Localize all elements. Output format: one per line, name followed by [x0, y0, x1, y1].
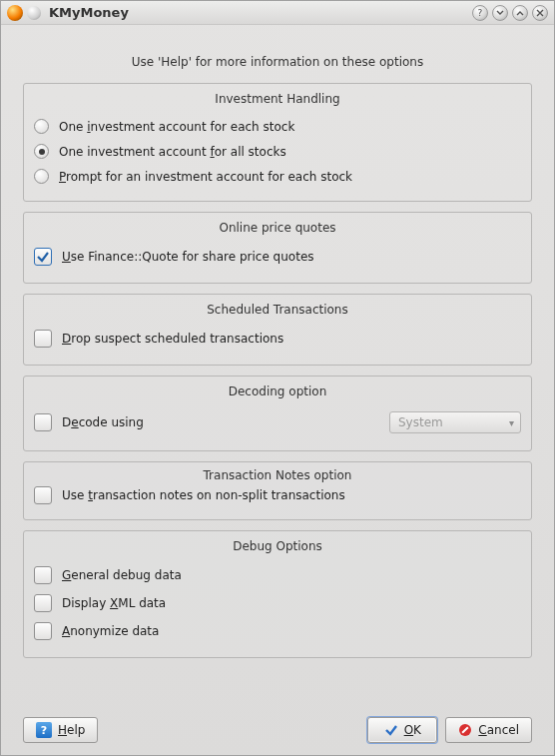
group-transaction-notes: Transaction Notes option Use transaction…: [23, 461, 532, 520]
label-decode-using[interactable]: Decode using: [62, 415, 144, 429]
group-online-quotes: Online price quotes Use Finance::Quote f…: [23, 212, 532, 284]
checkbox-general-debug[interactable]: [34, 566, 52, 584]
help-button[interactable]: ? Help: [23, 717, 98, 743]
label-use-notes[interactable]: Use transaction notes on non-split trans…: [62, 488, 345, 502]
checkbox-finance-quote[interactable]: [34, 248, 52, 266]
label-finance-quote[interactable]: Use Finance::Quote for share price quote…: [62, 250, 314, 264]
group-decoding: Decoding option Decode using System ▾: [23, 376, 532, 451]
label-display-xml[interactable]: Display XML data: [62, 596, 166, 610]
label-one-per-stock[interactable]: One investment account for each stock: [59, 120, 294, 134]
label-general-debug[interactable]: General debug data: [62, 568, 182, 582]
ok-button[interactable]: OK: [367, 717, 437, 743]
checkbox-use-notes[interactable]: [34, 486, 52, 504]
group-title-decoding: Decoding option: [24, 377, 531, 404]
cancel-button[interactable]: Cancel: [445, 717, 532, 743]
help-button-rest: elp: [67, 723, 85, 737]
label-anonymize[interactable]: Anonymize data: [62, 624, 159, 638]
page-hint: Use 'Help' for more information on these…: [9, 33, 546, 83]
app-icon: [7, 5, 23, 21]
chevron-down-icon: ▾: [509, 417, 514, 428]
window-title: KMyMoney: [49, 5, 472, 20]
label-prompt-each[interactable]: Prompt for an investment account for eac…: [59, 170, 352, 184]
maximize-window-button[interactable]: [512, 5, 528, 21]
help-window-button[interactable]: ?: [472, 5, 488, 21]
checkbox-drop-suspect[interactable]: [34, 330, 52, 348]
minimize-window-button[interactable]: [492, 5, 508, 21]
group-title-debug: Debug Options: [24, 531, 531, 559]
checkbox-display-xml[interactable]: [34, 594, 52, 612]
close-window-button[interactable]: [532, 5, 548, 21]
checkbox-anonymize[interactable]: [34, 622, 52, 640]
radio-prompt-each[interactable]: [34, 169, 49, 184]
combo-value: System: [398, 415, 443, 429]
checkbox-decode-using[interactable]: [34, 413, 52, 431]
label-one-for-all[interactable]: One investment account for all stocks: [59, 145, 286, 159]
group-title-scheduled: Scheduled Transactions: [24, 295, 531, 323]
label-drop-suspect[interactable]: Drop suspect scheduled transactions: [62, 332, 283, 346]
radio-one-per-stock[interactable]: [34, 119, 49, 134]
combo-decode-codec: System ▾: [389, 411, 521, 433]
titlebar: KMyMoney ?: [1, 1, 554, 25]
cancel-icon: [458, 723, 472, 737]
group-title-notes: Transaction Notes option: [24, 462, 531, 486]
group-title-investment: Investment Handling: [24, 84, 531, 112]
help-icon: ?: [36, 722, 52, 738]
group-scheduled: Scheduled Transactions Drop suspect sche…: [23, 294, 532, 366]
group-debug: Debug Options General debug data Display…: [23, 530, 532, 658]
dialog-footer: ? Help OK Cancel: [9, 707, 546, 745]
group-investment-handling: Investment Handling One investment accou…: [23, 83, 532, 202]
radio-one-for-all[interactable]: [34, 144, 49, 159]
ok-icon: [384, 723, 398, 737]
group-title-quotes: Online price quotes: [24, 213, 531, 241]
pin-icon[interactable]: [27, 6, 41, 20]
